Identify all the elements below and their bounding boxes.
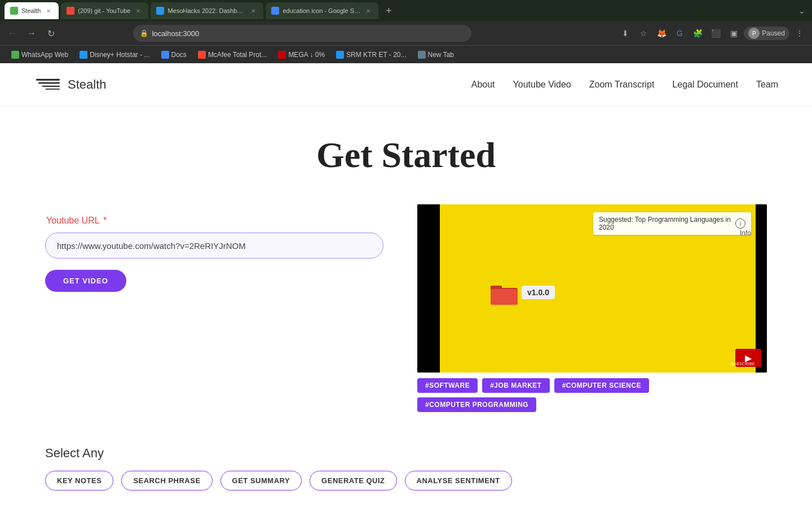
tab-bar: Stealth ✕ (209) git - YouTube ✕ MesoHack… bbox=[0, 0, 812, 21]
bookmark-label-docs: Docs bbox=[171, 51, 187, 59]
bookmark-label-mega: MEGA ↓ 0% bbox=[288, 51, 325, 59]
tag-computer-programming[interactable]: #COMPUTER PROGRAMMING bbox=[417, 397, 536, 412]
nav-team[interactable]: Team bbox=[756, 80, 778, 90]
tag-software[interactable]: #SOFTWARE bbox=[417, 378, 478, 393]
new-tab-button[interactable]: + bbox=[381, 3, 396, 19]
nav-legal-document[interactable]: Legal Document bbox=[672, 80, 738, 90]
url-text: localhost:3000 bbox=[152, 29, 465, 38]
option-analyse-sentiment[interactable]: ANALYSE SENTIMENT bbox=[405, 471, 512, 491]
tab-close-google[interactable]: ✕ bbox=[364, 6, 373, 15]
forward-button[interactable]: → bbox=[24, 25, 39, 41]
video-container: Suggested: Top Programming Languages in … bbox=[417, 204, 767, 373]
version-badge: v1.0.0 bbox=[522, 286, 555, 299]
bookmark-label-newtab: New Tab bbox=[428, 51, 454, 59]
bookmark-srm[interactable]: SRM KTR ET - 20... bbox=[332, 50, 411, 60]
profile-avatar: P bbox=[748, 28, 760, 39]
option-generate-quiz[interactable]: GENERATE QUIZ bbox=[310, 471, 396, 491]
tab-favicon-mesohacks bbox=[156, 7, 164, 15]
bookmark-label-whatsapp: WhatsApp Web bbox=[21, 51, 68, 59]
bookmark-docs[interactable]: Docs bbox=[157, 50, 191, 60]
tab-favicon-stealth bbox=[10, 7, 18, 15]
bookmarks-bar: WhatsApp Web Disney+ Hotstar - ... Docs … bbox=[0, 45, 812, 63]
option-get-summary[interactable]: GET SUMMARY bbox=[220, 471, 302, 491]
tag-job-market[interactable]: #JOB MARKET bbox=[482, 378, 550, 393]
info-label: Info bbox=[740, 229, 751, 237]
screenshot-icon[interactable]: ⬛ bbox=[708, 25, 723, 41]
bookmark-label-disney: Disney+ Hotstar - ... bbox=[90, 51, 149, 59]
bookmark-newtab[interactable]: New Tab bbox=[413, 50, 458, 60]
bookmark-mcafee[interactable]: McAfee Total Prot... bbox=[193, 50, 272, 60]
bookmark-mega[interactable]: MEGA ↓ 0% bbox=[273, 50, 329, 60]
hero-section: Get Started bbox=[0, 106, 812, 193]
url-field-label: Youtube URL * bbox=[45, 216, 383, 226]
back-button[interactable]: ← bbox=[5, 25, 20, 41]
tab-close-mesohacks[interactable]: ✕ bbox=[249, 6, 258, 15]
video-black-left bbox=[417, 204, 440, 373]
navbar: Stealth About Youtube Video Zoom Transcr… bbox=[0, 63, 812, 106]
nav-youtube-video[interactable]: Youtube Video bbox=[513, 80, 571, 90]
youtube-url-input[interactable] bbox=[45, 233, 383, 259]
puzzle-icon[interactable]: 🧩 bbox=[690, 25, 705, 41]
tab-favicon-youtube bbox=[67, 7, 74, 15]
url-bar[interactable]: 🔒 localhost:3000 bbox=[133, 25, 471, 42]
nav-about[interactable]: About bbox=[471, 80, 495, 90]
right-panel: Suggested: Top Programming Languages in … bbox=[417, 204, 767, 412]
select-title: Select Any bbox=[45, 446, 767, 461]
tab-close-youtube[interactable]: ✕ bbox=[134, 6, 143, 15]
tab-title-google: education icon - Google Searc... bbox=[283, 7, 360, 14]
bookmark-favicon-disney bbox=[80, 51, 87, 59]
extension-icon[interactable]: 🦊 bbox=[654, 25, 669, 41]
bookmark-label-srm: SRM KTR ET - 20... bbox=[346, 51, 406, 59]
bookmark-favicon-mcafee bbox=[198, 51, 206, 59]
options-row: KEY NOTES SEARCH PHRASE GET SUMMARY GENE… bbox=[45, 471, 767, 491]
option-search-phrase[interactable]: SEARCH PHRASE bbox=[121, 471, 212, 491]
tab-title-stealth: Stealth bbox=[21, 7, 41, 14]
video-black-right bbox=[756, 204, 767, 373]
tab-youtube[interactable]: (209) git - YouTube ✕ bbox=[61, 2, 148, 19]
tag-computer-science[interactable]: #COMPUTER SCIENCE bbox=[554, 378, 650, 393]
tab-stealth[interactable]: Stealth ✕ bbox=[5, 2, 59, 19]
tab-mesohacks[interactable]: MesoHacks 2022: Dashboard | ✕ bbox=[151, 2, 263, 19]
sidebar-icon[interactable]: ▣ bbox=[726, 25, 742, 41]
tab-close-stealth[interactable]: ✕ bbox=[44, 6, 53, 15]
select-section: Select Any KEY NOTES SEARCH PHRASE GET S… bbox=[0, 435, 812, 508]
hero-title: Get Started bbox=[0, 134, 812, 176]
bookmark-disney[interactable]: Disney+ Hotstar - ... bbox=[75, 50, 154, 60]
translate-icon[interactable]: G bbox=[672, 25, 687, 41]
bookmark-whatsapp[interactable]: WhatsApp Web bbox=[7, 50, 73, 60]
folder-icon bbox=[491, 283, 518, 306]
star-icon[interactable]: ☆ bbox=[636, 25, 651, 41]
logo-link[interactable]: Stealth bbox=[34, 75, 107, 94]
tab-google[interactable]: education icon - Google Searc... ✕ bbox=[266, 2, 378, 19]
bookmark-label-mcafee: McAfee Total Prot... bbox=[208, 51, 267, 59]
left-panel: Youtube URL * GET VIDEO bbox=[45, 204, 383, 292]
svg-rect-6 bbox=[491, 289, 518, 305]
bookmark-favicon-srm bbox=[336, 51, 344, 59]
nav-links: About Youtube Video Zoom Transcript Lega… bbox=[471, 80, 778, 90]
refresh-button[interactable]: ↻ bbox=[43, 25, 59, 41]
get-video-button[interactable]: GET VIDEO bbox=[45, 270, 126, 292]
download-icon[interactable]: ⬇ bbox=[617, 25, 633, 41]
bookmark-favicon-docs bbox=[161, 51, 169, 59]
required-marker: * bbox=[101, 216, 107, 225]
tab-expand-button[interactable]: ⌄ bbox=[796, 4, 807, 17]
tab-favicon-google bbox=[271, 7, 279, 15]
profile-button[interactable]: P Paused bbox=[744, 27, 789, 40]
subscribe-label: SUBSCRIBE bbox=[731, 362, 755, 366]
option-key-notes[interactable]: KEY NOTES bbox=[45, 471, 113, 491]
page-content: Stealth About Youtube Video Zoom Transcr… bbox=[0, 63, 812, 508]
info-icon[interactable]: i bbox=[735, 218, 745, 229]
main-section: Youtube URL * GET VIDEO Suggested: Top P… bbox=[0, 193, 812, 435]
logo-icon bbox=[34, 75, 62, 94]
bookmark-favicon-mega bbox=[278, 51, 286, 59]
bookmark-favicon-whatsapp bbox=[11, 51, 19, 59]
address-bar: ← → ↻ 🔒 localhost:3000 ⬇ ☆ 🦊 G 🧩 ⬛ ▣ P P… bbox=[0, 21, 812, 45]
browser-window: Stealth ✕ (209) git - YouTube ✕ MesoHack… bbox=[0, 0, 812, 63]
profile-label: Paused bbox=[762, 29, 785, 37]
bookmark-favicon-newtab bbox=[418, 51, 426, 59]
url-lock-icon: 🔒 bbox=[140, 29, 148, 37]
nav-zoom-transcript[interactable]: Zoom Transcript bbox=[589, 80, 655, 90]
tab-title-youtube: (209) git - YouTube bbox=[78, 7, 130, 14]
menu-button[interactable]: ⋮ bbox=[792, 25, 807, 41]
subscribe-button[interactable]: ▶ SUBSCRIBE bbox=[735, 349, 761, 367]
